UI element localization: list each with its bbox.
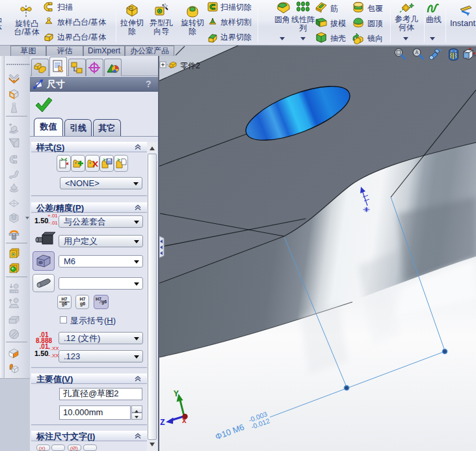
svg-text:Z: Z	[160, 418, 165, 428]
svg-text:X: X	[182, 417, 187, 425]
svg-text:零件2: 零件2	[180, 61, 200, 70]
svg-text:Y: Y	[174, 389, 179, 399]
